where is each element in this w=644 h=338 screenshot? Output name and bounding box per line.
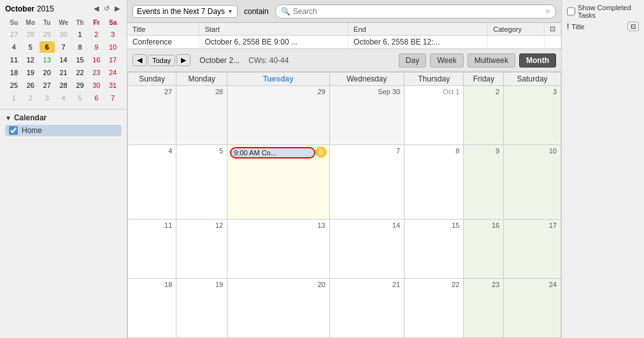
close-icon[interactable]: × <box>545 6 550 17</box>
calendar-cell[interactable]: 13 <box>227 220 329 279</box>
cal-date-range: October 2... <box>199 56 240 65</box>
month-grid-wrap: Sunday Monday Tuesday Wednesday Thursday… <box>127 72 561 338</box>
calendar-cell[interactable]: 27 <box>128 86 176 145</box>
calendar-cell[interactable]: 17 <box>504 220 561 279</box>
list-item[interactable]: 27 <box>39 80 55 91</box>
list-item[interactable]: 19 <box>23 67 38 78</box>
search-dropdown[interactable]: Events in the Next 7 Days ▼ <box>132 5 238 18</box>
calendar-cell[interactable]: 4 <box>128 144 176 219</box>
list-item[interactable]: 23 <box>89 67 104 78</box>
list-item[interactable]: 3 <box>105 29 120 40</box>
calendar-cell[interactable]: 21 <box>329 279 404 338</box>
search-input[interactable] <box>293 7 545 16</box>
calendar-cell[interactable]: 22 <box>404 279 464 338</box>
calendar-section-header[interactable]: ▼ Calendar <box>5 113 122 122</box>
resize-col-button[interactable]: ⊡ <box>627 22 639 31</box>
calendar-cell[interactable]: Oct 1 <box>404 86 464 145</box>
list-item[interactable]: 5 <box>23 41 38 53</box>
list-item[interactable]: 14 <box>56 54 71 66</box>
mini-cal-day-fr: Fr <box>89 17 104 27</box>
list-item[interactable]: 21 <box>56 67 71 78</box>
calendar-cell[interactable]: 11 <box>128 220 176 279</box>
sidebar-item-home[interactable]: Home <box>5 125 122 136</box>
list-item[interactable]: 2 <box>89 29 104 40</box>
calendar-cell[interactable]: 2 <box>464 86 504 145</box>
list-item[interactable]: 10 <box>105 41 120 53</box>
show-completed-checkbox[interactable] <box>567 7 575 16</box>
list-item[interactable]: 28 <box>23 29 38 40</box>
resize-col-icon[interactable]: ⊡ <box>545 23 561 36</box>
left-panel: October 2015 ◀ ↺ ▶ Su Mo Tu We Th Fr Sa <box>0 0 127 338</box>
list-item[interactable]: 15 <box>73 54 88 66</box>
calendar-cell[interactable]: Sep 30 <box>329 86 404 145</box>
calendar-cell[interactable]: 9 <box>464 144 504 219</box>
list-item[interactable]: 31 <box>105 80 120 91</box>
list-item[interactable]: 18 <box>6 67 22 78</box>
list-item[interactable]: 5 <box>73 92 88 104</box>
cal-prev-button[interactable]: ◀ <box>132 54 147 66</box>
mini-cal-prev[interactable]: ◀ <box>92 4 101 13</box>
calendar-cell[interactable]: 12 <box>176 220 227 279</box>
list-item[interactable]: 26 <box>23 80 38 91</box>
list-item[interactable]: 22 <box>73 67 88 78</box>
calendar-cell[interactable]: 24 <box>504 279 561 338</box>
day-number: 11 <box>131 221 173 230</box>
list-item[interactable]: 11 <box>6 54 22 66</box>
calendar-cell[interactable]: 5 <box>176 144 227 219</box>
calendar-cell[interactable]: 29 <box>227 86 329 145</box>
calendar-cell[interactable]: 7 <box>329 144 404 219</box>
calendar-cell[interactable]: 15 <box>404 220 464 279</box>
calendar-cell[interactable]: 18 <box>128 279 176 338</box>
calendar-cell[interactable]: 10 <box>504 144 561 219</box>
mini-cal-refresh[interactable]: ↺ <box>102 4 111 13</box>
cal-next-button[interactable]: ▶ <box>176 54 190 66</box>
home-calendar-checkbox[interactable] <box>9 126 18 135</box>
calendar-cell[interactable]: 16 <box>464 220 504 279</box>
list-item[interactable]: 25 <box>6 80 22 91</box>
list-item[interactable]: 4 <box>56 92 71 104</box>
calendar-cell[interactable]: 23 <box>464 279 504 338</box>
calendar-cell-today[interactable]: 6 9:00 AM Co... <box>227 144 329 219</box>
tab-month[interactable]: Month <box>519 53 556 67</box>
mini-cal-next[interactable]: ▶ <box>113 4 122 13</box>
tab-multiweek[interactable]: Multiweek <box>468 53 515 67</box>
calendar-cell[interactable]: 8 <box>404 144 464 219</box>
list-item[interactable]: 20 <box>39 67 55 78</box>
list-item[interactable]: 2 <box>23 92 38 104</box>
list-item[interactable]: 7 <box>56 41 71 53</box>
day-number: 7 <box>333 146 401 155</box>
list-item[interactable]: 24 <box>105 67 120 78</box>
event-category <box>488 36 545 49</box>
list-item[interactable]: 8 <box>73 41 88 53</box>
list-item[interactable]: 17 <box>105 54 120 66</box>
calendar-cell[interactable]: 3 <box>504 86 561 145</box>
list-item[interactable]: 6 <box>39 41 55 53</box>
list-item[interactable]: 4 <box>6 41 22 53</box>
list-item[interactable]: 29 <box>39 29 55 40</box>
calendar-section-label: Calendar <box>14 113 47 122</box>
list-item[interactable]: 7 <box>105 92 120 104</box>
list-item[interactable]: 28 <box>56 80 71 91</box>
list-item[interactable]: 9 <box>89 41 104 53</box>
calendar-cell[interactable]: 28 <box>176 86 227 145</box>
list-item[interactable]: 1 <box>73 29 88 40</box>
tab-week[interactable]: Week <box>430 53 463 67</box>
list-item[interactable]: 30 <box>89 80 104 91</box>
day-number: 24 <box>506 280 558 289</box>
list-item[interactable]: 3 <box>39 92 55 104</box>
list-item[interactable]: 16 <box>89 54 104 66</box>
calendar-cell[interactable]: 14 <box>329 220 404 279</box>
list-item[interactable]: 27 <box>6 29 22 40</box>
list-item[interactable]: 1 <box>6 92 22 104</box>
list-item[interactable]: 30 <box>56 29 71 40</box>
calendar-cell[interactable]: 20 <box>227 279 329 338</box>
list-item[interactable]: 6 <box>89 92 104 104</box>
list-item[interactable]: 13 <box>39 54 55 66</box>
list-item[interactable]: 12 <box>23 54 38 66</box>
tab-day[interactable]: Day <box>399 53 426 67</box>
cal-today-button[interactable]: Today <box>148 55 175 66</box>
calendar-cell[interactable]: 19 <box>176 279 227 338</box>
table-row[interactable]: Conference October 6, 2558 BE 9:00 ... O… <box>127 36 561 49</box>
list-item[interactable]: 29 <box>73 80 88 91</box>
event-conference[interactable]: 9:00 AM Co... <box>230 147 315 158</box>
